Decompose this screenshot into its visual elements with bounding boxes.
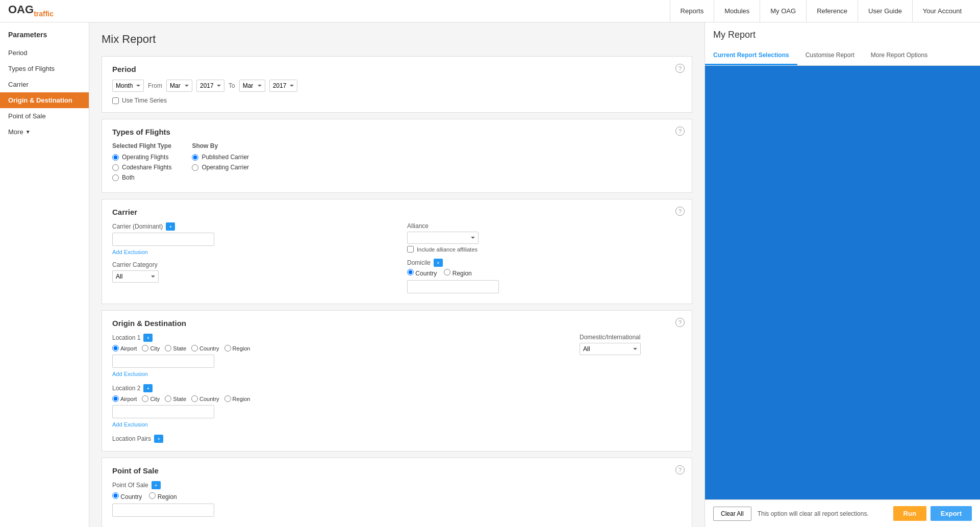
carrier-add-exclusion[interactable]: Add Exclusion: [112, 249, 387, 255]
codeshare-flights-row: Codeshare Flights: [112, 164, 171, 171]
nav-youraccount[interactable]: Your Account: [912, 0, 972, 22]
operating-flights-radio[interactable]: [112, 154, 119, 161]
from-label: From: [148, 82, 162, 89]
selected-flight-type-col: Selected Flight Type Operating Flights C…: [112, 142, 171, 184]
location1-label: Location 1 +: [112, 334, 549, 342]
loc1-country-radio[interactable]: [191, 345, 198, 352]
location1-add-icon[interactable]: +: [143, 334, 153, 342]
pos-input[interactable]: [112, 504, 214, 517]
sidebar-item-origin-destination[interactable]: Origin & Destination: [0, 92, 89, 108]
nav-modules[interactable]: Modules: [714, 0, 760, 22]
use-time-series-checkbox[interactable]: [112, 97, 119, 104]
include-affiliates-label: Include alliance affiliates: [417, 246, 478, 253]
od-help-icon[interactable]: ?: [675, 318, 685, 327]
loc1-airport-label: Airport: [112, 345, 137, 352]
od-left-col: Location 1 + Airport City: [112, 334, 549, 443]
loc1-state-radio[interactable]: [165, 345, 171, 352]
sidebar-item-period[interactable]: Period: [0, 45, 89, 61]
to-month-select[interactable]: JanFebMarApr MayJunJulAug SepOctNovDec: [239, 80, 265, 92]
pos-help-icon[interactable]: ?: [675, 465, 685, 474]
export-button[interactable]: Export: [931, 506, 972, 521]
loc2-region-radio[interactable]: [224, 395, 231, 402]
loc2-state-radio[interactable]: [165, 395, 171, 402]
codeshare-flights-radio[interactable]: [112, 164, 119, 171]
period-row: Month Week Day From JanFebMarApr MayJunJ…: [112, 80, 682, 92]
sidebar: Parameters Period Types of Flights Carri…: [0, 22, 89, 527]
sidebar-item-more[interactable]: More ▼: [0, 124, 89, 140]
loc1-region-label: Region: [224, 345, 250, 352]
tab-current-report-selections[interactable]: Current Report Selections: [705, 46, 797, 65]
show-by-label: Show By: [192, 142, 249, 149]
location1-input[interactable]: [112, 355, 214, 368]
pos-title: Point of Sale: [112, 466, 682, 475]
operating-carrier-radio[interactable]: [192, 164, 198, 171]
carrier-category-select[interactable]: All Full Service Low Cost Charter: [112, 270, 159, 283]
to-year-select[interactable]: 2015201620172018: [269, 80, 297, 92]
od-title: Origin & Destination: [112, 319, 682, 328]
nav-reports[interactable]: Reports: [670, 0, 714, 22]
include-affiliates-checkbox[interactable]: [407, 246, 414, 253]
location-pairs-add-icon[interactable]: +: [154, 435, 163, 443]
pos-region-label: Region: [149, 492, 177, 500]
clear-all-button[interactable]: Clear All: [713, 507, 751, 521]
nav-userguide[interactable]: User Guide: [858, 0, 912, 22]
domicile-country-radio[interactable]: [407, 269, 414, 275]
pos-add-icon[interactable]: +: [152, 481, 161, 489]
location2-add-icon[interactable]: +: [143, 384, 153, 392]
logo: OAGtraffic: [8, 3, 54, 18]
domicile-country-label: Country: [407, 269, 437, 277]
right-panel: My Report Current Report Selections Cust…: [705, 22, 980, 527]
main-container: Parameters Period Types of Flights Carri…: [0, 22, 980, 527]
loc1-region-radio[interactable]: [224, 345, 231, 352]
alliance-select[interactable]: Star Alliance Oneworld SkyTeam: [407, 232, 479, 244]
domestic-intl-select[interactable]: All Domestic International Trans-border: [580, 343, 641, 355]
codeshare-flights-label: Codeshare Flights: [122, 164, 171, 171]
loc1-city-label: City: [142, 345, 160, 352]
loc1-airport-radio[interactable]: [112, 345, 119, 352]
chevron-down-icon: ▼: [26, 129, 31, 135]
carrier-help-icon[interactable]: ?: [675, 207, 685, 216]
loc2-state-label: State: [165, 395, 186, 402]
domicile-input[interactable]: [407, 280, 499, 293]
carrier-add-icon[interactable]: +: [166, 222, 175, 231]
domicile-region-radio[interactable]: [444, 269, 450, 275]
operating-carrier-row: Operating Carrier: [192, 164, 249, 171]
pos-country-radio[interactable]: [112, 492, 119, 499]
published-carrier-radio[interactable]: [192, 154, 198, 161]
loc2-airport-radio[interactable]: [112, 395, 119, 402]
use-time-series-label: Use Time Series: [122, 97, 167, 104]
tab-customise-report[interactable]: Customise Report: [797, 46, 863, 65]
domestic-intl-label: Domestic/International: [580, 334, 682, 341]
location1-add-exclusion[interactable]: Add Exclusion: [112, 371, 549, 377]
carrier-title: Carrier: [112, 208, 682, 216]
sidebar-item-types-of-flights[interactable]: Types of Flights: [0, 61, 89, 77]
content-area: Mix Report Period ? Month Week Day From …: [89, 22, 705, 527]
sidebar-item-carrier[interactable]: Carrier: [0, 77, 89, 92]
from-year-select[interactable]: 2015201620172018: [196, 80, 224, 92]
nav-myoag[interactable]: My OAG: [760, 0, 806, 22]
both-flights-radio[interactable]: [112, 174, 119, 181]
nav-reference[interactable]: Reference: [806, 0, 858, 22]
loc2-city-radio[interactable]: [142, 395, 148, 402]
time-series-row: Use Time Series: [112, 97, 682, 104]
tab-more-report-options[interactable]: More Report Options: [863, 46, 936, 65]
loc2-country-radio[interactable]: [191, 395, 198, 402]
period-help-icon[interactable]: ?: [675, 64, 685, 73]
nav-links: Reports Modules My OAG Reference User Gu…: [670, 0, 972, 22]
loc2-country-label: Country: [191, 395, 219, 402]
from-month-select[interactable]: JanFebMarApr MayJunJulAug SepOctNovDec: [166, 80, 192, 92]
clear-all-message: This option will clear all report select…: [758, 510, 893, 517]
pos-country-label: Country: [112, 492, 142, 500]
types-help-icon[interactable]: ?: [675, 127, 685, 136]
run-button[interactable]: Run: [893, 506, 926, 521]
location2-add-exclusion[interactable]: Add Exclusion: [112, 421, 549, 428]
pos-region-radio[interactable]: [149, 492, 156, 499]
both-flights-row: Both: [112, 174, 171, 181]
selected-flight-type-label: Selected Flight Type: [112, 142, 171, 149]
loc1-city-radio[interactable]: [142, 345, 148, 352]
granularity-select[interactable]: Month Week Day: [112, 80, 144, 92]
location2-input[interactable]: [112, 405, 214, 418]
sidebar-item-point-of-sale[interactable]: Point of Sale: [0, 108, 89, 124]
carrier-input[interactable]: [112, 233, 214, 246]
domicile-add-icon[interactable]: +: [434, 259, 443, 267]
